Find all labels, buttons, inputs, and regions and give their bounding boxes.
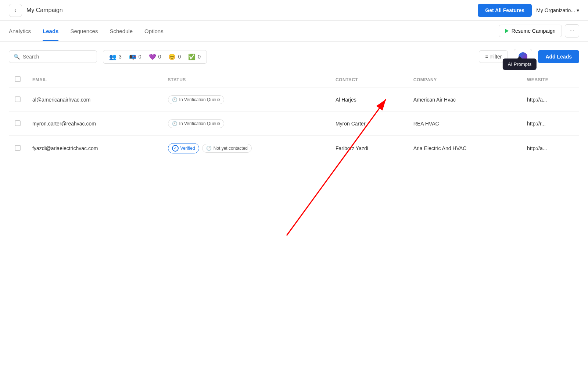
status-column-header: STATUS (162, 72, 330, 88)
email-column-header: EMAIL (26, 72, 162, 88)
tab-options[interactable]: Options (144, 21, 164, 41)
get-features-button[interactable]: Get All Features (478, 4, 532, 17)
stats-bar: 👥 3 📭 0 💜 0 😊 0 ✅ 0 (103, 50, 207, 64)
website-column-header: WEBSITE (521, 72, 579, 88)
website-cell: http://a... (521, 136, 579, 161)
stat-total: 👥 3 (109, 53, 122, 60)
stat-total-value: 3 (119, 54, 122, 60)
positive-icon: 😊 (168, 53, 176, 60)
select-all-header[interactable] (9, 72, 26, 88)
bounce-icon: 📭 (129, 53, 136, 60)
tabs-bar: Analytics Leads Sequences Schedule Optio… (0, 21, 588, 42)
add-leads-button[interactable]: Add Leads (538, 50, 579, 63)
status-cell: In Verification Queue (162, 88, 330, 112)
resume-label: Resume Campaign (512, 28, 556, 34)
row-checkbox-cell (9, 112, 26, 136)
status-badge-verified: Verified (168, 143, 199, 153)
tab-schedule[interactable]: Schedule (110, 21, 133, 41)
tabs-right: Resume Campaign ··· (499, 24, 579, 38)
tab-analytics[interactable]: Analytics (9, 21, 31, 41)
website-cell: http://r... (521, 112, 579, 136)
completed-icon: ✅ (188, 53, 196, 60)
org-label: My Organizatio... (536, 7, 575, 13)
search-box[interactable]: 🔍 (9, 50, 97, 63)
filter-label: Filter (490, 54, 502, 60)
resume-campaign-button[interactable]: Resume Campaign (499, 25, 562, 37)
play-icon (505, 29, 509, 33)
company-cell: American Air Hvac (408, 88, 521, 112)
org-dropdown[interactable]: My Organizatio... ▾ (536, 7, 579, 13)
interest-icon: 💜 (149, 53, 156, 60)
page-title: My Campaign (26, 7, 478, 14)
row-checkbox-cell (9, 136, 26, 161)
back-button[interactable]: ‹ (9, 4, 22, 17)
header: ‹ My Campaign Get All Features My Organi… (0, 0, 588, 21)
toolbar: 🔍 👥 3 📭 0 💜 0 😊 0 ✅ 0 ≡ Filter A (0, 42, 588, 72)
filter-icon: ≡ (485, 54, 488, 60)
tab-sequences[interactable]: Sequences (70, 21, 98, 41)
status-badge-queue: In Verification Queue (168, 119, 224, 128)
email-cell: fyazdi@ariaelectrichvac.com (26, 136, 162, 161)
stat-interest: 💜 0 (149, 53, 161, 60)
leads-table: EMAIL STATUS CONTACT COMPANY WEBSITE al@… (9, 72, 579, 161)
table-row: fyazdi@ariaelectrichvac.comVerifiedNot y… (9, 136, 579, 161)
stat-completed: ✅ 0 (188, 53, 201, 60)
table-row: al@americanairhvac.comIn Verification Qu… (9, 88, 579, 112)
contact-cell: Al Harjes (330, 88, 408, 112)
leads-icon: 👥 (109, 53, 116, 60)
stat-bounce-value: 0 (139, 54, 141, 60)
stat-positive-value: 0 (178, 54, 181, 60)
company-column-header: COMPANY (408, 72, 521, 88)
row-checkbox[interactable] (15, 120, 21, 126)
company-cell: Aria Electric And HVAC (408, 136, 521, 161)
stat-completed-value: 0 (198, 54, 201, 60)
header-actions: Get All Features My Organizatio... ▾ (478, 4, 579, 17)
email-cell: myron.carter@reahvac.com (26, 112, 162, 136)
company-cell: REA HVAC (408, 112, 521, 136)
contact-cell: Myron Carter (330, 112, 408, 136)
tooltip-box: AI Prompts (503, 59, 537, 70)
table-row: myron.carter@reahvac.comIn Verification … (9, 112, 579, 136)
org-chevron-icon: ▾ (577, 7, 579, 13)
status-cell: VerifiedNot yet contacted (162, 136, 330, 161)
search-input[interactable] (23, 54, 92, 60)
email-cell: al@americanairhvac.com (26, 88, 162, 112)
more-options-button[interactable]: ··· (565, 24, 579, 38)
contact-cell: Fariborz Yazdi (330, 136, 408, 161)
leads-table-container: EMAIL STATUS CONTACT COMPANY WEBSITE al@… (0, 72, 588, 161)
row-checkbox[interactable] (15, 96, 21, 102)
stat-interest-value: 0 (158, 54, 161, 60)
stat-positive: 😊 0 (168, 53, 181, 60)
search-icon: 🔍 (14, 54, 20, 60)
select-all-checkbox[interactable] (15, 76, 21, 82)
website-cell: http://a... (521, 88, 579, 112)
contact-column-header: CONTACT (330, 72, 408, 88)
status-badge-queue: In Verification Queue (168, 95, 224, 104)
row-checkbox[interactable] (15, 145, 21, 151)
status-badge-queue: Not yet contacted (202, 144, 252, 153)
tab-leads[interactable]: Leads (43, 21, 58, 41)
row-checkbox-cell (9, 88, 26, 112)
status-cell: In Verification Queue (162, 112, 330, 136)
stat-bounce: 📭 0 (129, 53, 141, 60)
